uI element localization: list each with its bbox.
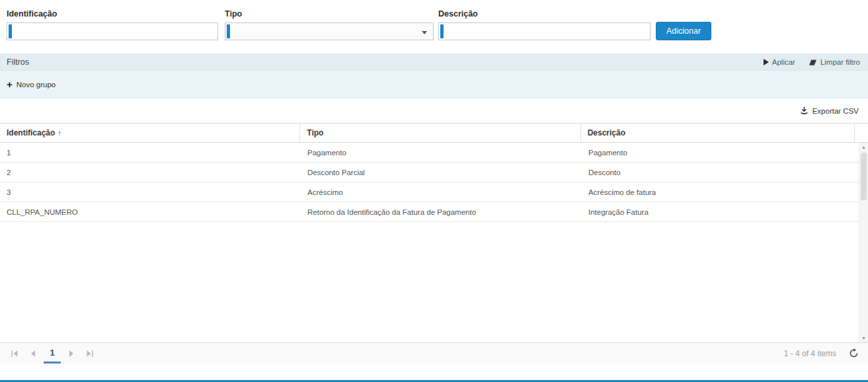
aplicar-label: Aplicar (772, 58, 795, 66)
novo-grupo-button[interactable]: + Novo grupo (7, 79, 56, 89)
pager-status: 1 - 4 of 4 items (784, 347, 860, 360)
table-row[interactable]: 2 Desconto Parcial Desconto (0, 163, 859, 182)
cell-identificacao: CLL_RPA_NUMERO (0, 208, 301, 216)
sort-ascending-icon: ↑ (58, 129, 61, 137)
plus-icon: + (7, 79, 13, 89)
column-header-label: Tipo (307, 128, 323, 137)
cell-descricao: Acréscimo de fatura (582, 188, 846, 196)
last-page-icon (86, 350, 94, 358)
cell-descricao: Integração Fatura (582, 208, 846, 216)
previous-page-icon (29, 350, 37, 358)
tipo-label: Tipo (225, 9, 434, 19)
header-scrollbar-spacer (855, 124, 868, 142)
limpar-filtro-label: Limpar filtro (820, 58, 860, 66)
exportar-csv-button[interactable]: Exportar CSV (800, 106, 859, 115)
cell-tipo: Pagamento (301, 149, 582, 157)
tipo-select[interactable] (225, 22, 434, 40)
grid-rows: 1 Pagamento Pagamento 2 Desconto Parcial… (0, 143, 859, 222)
first-page-button[interactable] (5, 344, 24, 363)
grid-header: Identificação ↑ Tipo Descrição (0, 124, 868, 143)
novo-grupo-label: Novo grupo (17, 81, 56, 89)
filters-bar: Filtros Aplicar Limpar filtro (0, 54, 868, 71)
cell-descricao: Pagamento (582, 149, 846, 157)
add-record-form: Identificação Tipo Descrição Adicionar (0, 0, 868, 40)
refresh-button[interactable] (847, 347, 860, 360)
pager-buttons: 1 (5, 343, 99, 363)
vertical-scrollbar[interactable]: ▲ ▼ (859, 143, 868, 342)
identificacao-input[interactable] (7, 23, 217, 40)
descricao-field: Descrição (438, 9, 651, 40)
cell-identificacao: 3 (0, 188, 301, 196)
download-icon (800, 106, 809, 115)
identificacao-field: Identificação (7, 9, 218, 40)
refresh-icon (849, 348, 859, 358)
adicionar-button[interactable]: Adicionar (656, 22, 711, 40)
clear-filter-icon (809, 59, 817, 66)
filters-title: Filtros (7, 57, 29, 67)
scroll-up-icon[interactable]: ▲ (859, 143, 868, 151)
cell-tipo: Acréscimo (301, 188, 582, 196)
column-header-descricao[interactable]: Descrição (581, 124, 855, 142)
cell-descricao: Desconto (582, 169, 846, 176)
descricao-label: Descrição (438, 9, 651, 19)
filters-actions: Aplicar Limpar filtro (764, 58, 860, 66)
pager-info-text: 1 - 4 of 4 items (784, 349, 836, 358)
cell-tipo: Retorno da Identificação da Fatura de Pa… (301, 208, 582, 216)
first-page-icon (11, 350, 19, 358)
next-page-icon (67, 350, 75, 358)
export-row: Exportar CSV (0, 98, 868, 123)
required-indicator (440, 24, 444, 38)
table-row[interactable]: 3 Acréscimo Acréscimo de fatura (0, 182, 859, 202)
required-indicator (227, 24, 230, 38)
exportar-csv-label: Exportar CSV (812, 107, 859, 115)
cell-tipo: Desconto Parcial (301, 169, 582, 176)
column-header-tipo[interactable]: Tipo (300, 124, 580, 142)
filters-body: + Novo grupo (0, 71, 868, 98)
pager: 1 1 - 4 of 4 items (0, 342, 868, 363)
apply-play-icon (764, 59, 769, 65)
scrollbar-thumb[interactable] (861, 153, 867, 200)
column-header-label: Identificação (7, 128, 55, 137)
column-header-label: Descrição (588, 128, 625, 137)
scroll-down-icon[interactable]: ▼ (859, 334, 868, 342)
cell-identificacao: 1 (0, 149, 301, 157)
identificacao-label: Identificação (7, 9, 218, 19)
aplicar-button[interactable]: Aplicar (764, 58, 795, 66)
table-row[interactable]: CLL_RPA_NUMERO Retorno da Identificação … (0, 202, 859, 222)
limpar-filtro-button[interactable]: Limpar filtro (809, 58, 860, 66)
descricao-input[interactable] (439, 23, 650, 40)
table-row[interactable]: 1 Pagamento Pagamento (0, 143, 859, 163)
identificacao-input-wrap[interactable] (7, 22, 218, 40)
cell-identificacao: 2 (0, 169, 301, 176)
grid-body: 1 Pagamento Pagamento 2 Desconto Parcial… (0, 143, 868, 342)
descricao-input-wrap[interactable] (438, 22, 651, 40)
column-header-identificacao[interactable]: Identificação ↑ (0, 124, 300, 142)
tipo-field: Tipo (225, 9, 434, 40)
data-grid: Identificação ↑ Tipo Descrição 1 Pagamen… (0, 123, 868, 363)
next-page-button[interactable] (62, 344, 81, 363)
page-number-current[interactable]: 1 (44, 343, 61, 363)
previous-page-button[interactable] (24, 344, 42, 363)
required-indicator (9, 24, 12, 38)
last-page-button[interactable] (81, 344, 99, 363)
chevron-down-icon (422, 31, 427, 34)
